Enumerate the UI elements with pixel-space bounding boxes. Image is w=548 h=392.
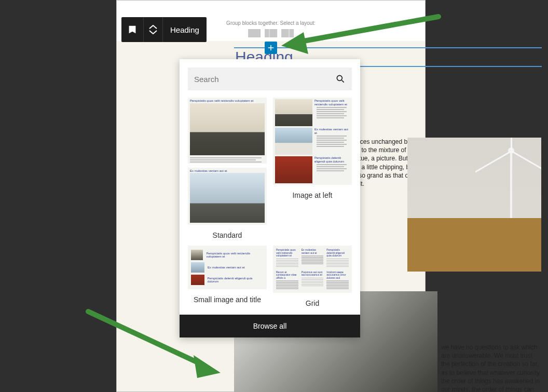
preview-title: Ex molestias veniam aut et — [208, 266, 245, 269]
layout-option-single[interactable] — [248, 29, 261, 37]
svg-point-0 — [337, 75, 342, 80]
pattern-grid: Perspiciatis quos velit reiciendis volup… — [180, 96, 360, 315]
block-movers[interactable] — [144, 17, 162, 42]
pattern-image-at-left[interactable]: Perspiciatis quos velit reiciendis volup… — [273, 98, 352, 239]
preview-title: Rerum et consequatur vitae officiis a — [276, 271, 298, 280]
pattern-label: Image at left — [273, 191, 352, 199]
chevron-up-icon[interactable] — [149, 25, 157, 29]
chevron-down-icon[interactable] — [149, 30, 157, 34]
preview-title: Possimus aut sunt sed accusamus et — [302, 271, 324, 277]
article-body-2: we have no questions to ask which are un… — [441, 343, 542, 392]
block-type-icon[interactable] — [121, 17, 143, 42]
layout-option-split-left[interactable] — [265, 29, 277, 37]
preview-title: Perspiciatis quos velit reiciendis volup… — [314, 99, 350, 106]
pattern-label: Small image and title — [188, 295, 267, 304]
preview-title: Perspiciatis quos velit reiciendis volup… — [190, 99, 265, 103]
browse-all-button[interactable]: Browse all — [180, 315, 360, 337]
group-hint-text: Group blocks together. Select a layout: — [226, 20, 316, 26]
layout-option-split-right[interactable] — [281, 29, 294, 37]
pattern-standard[interactable]: Perspiciatis quos velit reiciendis volup… — [188, 98, 267, 239]
preview-title: Ex molestias veniam aut et — [314, 128, 350, 134]
pattern-grid[interactable]: Perspiciatis quos velit reiciendis volup… — [273, 246, 352, 307]
plus-icon — [266, 43, 276, 52]
preview-title: Perspiciatis deleniti eligendi quia dolo… — [314, 156, 350, 163]
group-hint: Group blocks together. Select a layout: — [226, 20, 316, 37]
preview-title: Ex molestias veniam aut et — [190, 169, 265, 173]
search-input[interactable] — [194, 75, 335, 84]
pattern-label: Standard — [188, 231, 267, 239]
svg-line-1 — [342, 80, 344, 83]
preview-title: Incidunt saepe accusamus error dolores s… — [326, 271, 349, 280]
pattern-label: Grid — [273, 299, 352, 307]
search-icon — [335, 74, 346, 84]
preview-title: Perspiciatis quos velit reiciendis volup… — [276, 249, 298, 258]
block-type-label[interactable]: Heading — [163, 25, 207, 34]
preview-title: Perspiciatis quos velit reiciendis volup… — [206, 252, 264, 258]
hero-image-windmill — [407, 138, 541, 272]
preview-title: Perspiciatis deleniti eligendi quia dolo… — [326, 249, 349, 258]
pattern-small-image-title[interactable]: Perspiciatis quos velit reiciendis volup… — [188, 246, 267, 307]
inserter-search[interactable] — [188, 67, 352, 90]
add-block-button[interactable] — [265, 42, 277, 54]
block-toolbar: Heading — [121, 17, 207, 42]
block-inserter-popover: Perspiciatis quos velit reiciendis volup… — [180, 59, 360, 337]
preview-title: Ex molestias veniam aut et — [302, 249, 324, 254]
browse-all-label: Browse all — [253, 322, 287, 330]
preview-title: Perspiciatis deleniti eligendi quia dolo… — [208, 277, 264, 283]
